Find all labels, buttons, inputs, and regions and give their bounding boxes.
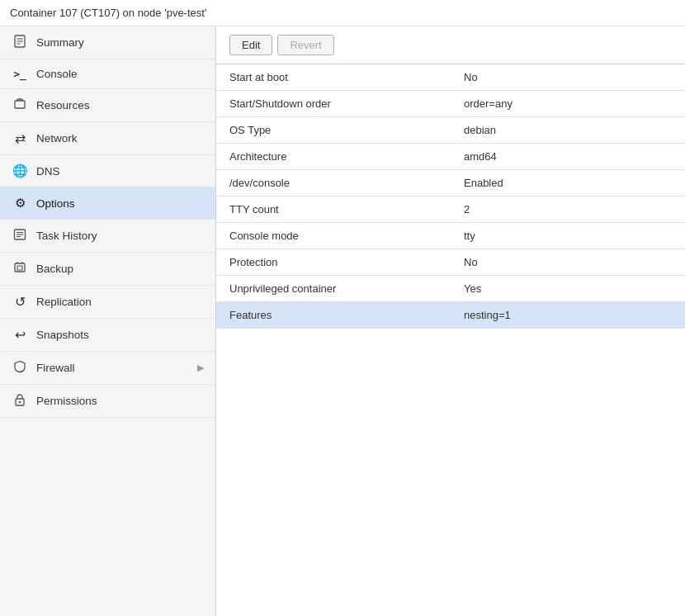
replication-icon: ↺ [12,294,28,310]
svg-point-14 [19,401,21,403]
table-cell-key: OS Type [216,117,451,144]
content-area: Edit Revert Start at bootNoStart/Shutdow… [216,26,685,616]
svg-rect-4 [15,101,25,108]
table-cell-value: Yes [451,276,685,302]
table-cell-value: No [451,64,685,91]
table-row: Featuresnesting=1 [216,302,685,329]
table-row: Architectureamd64 [216,144,685,170]
sidebar-item-task-history[interactable]: Task History [0,220,215,253]
sidebar-item-options[interactable]: ⚙Options [0,187,215,220]
table-cell-value: 2 [451,197,685,223]
sidebar-item-replication[interactable]: ↺Replication [0,286,215,319]
resources-icon [12,97,28,113]
sidebar-item-summary[interactable]: Summary [0,26,215,59]
sidebar-item-label-resources: Resources [36,99,90,111]
dns-icon: 🌐 [12,163,28,178]
sidebar-item-label-snapshots: Snapshots [36,329,89,341]
sidebar-item-resources[interactable]: Resources [0,89,215,122]
table-cell-key: Unprivileged container [216,276,451,302]
table-row: Unprivileged containerYes [216,276,685,302]
table-cell-key: TTY count [216,197,451,223]
table-cell-value: Enabled [451,170,685,197]
page-header: Container 107 (CT107) on node 'pve-test' [0,0,685,26]
sidebar-item-backup[interactable]: Backup [0,253,215,286]
task-history-icon [12,228,28,244]
table-row: Console modetty [216,223,685,249]
sidebar-item-console[interactable]: >_Console [0,59,215,89]
sidebar-item-label-dns: DNS [36,165,60,178]
table-cell-key: /dev/console [216,170,451,197]
snapshots-icon: ↩ [12,327,28,343]
sidebar-item-label-replication: Replication [36,296,92,308]
sidebar-item-snapshots[interactable]: ↩Snapshots [0,319,215,352]
sidebar: Summary>_ConsoleResources⇄Network🌐DNS⚙Op… [0,26,216,616]
table-cell-value: nesting=1 [451,302,685,329]
backup-icon [12,261,28,277]
table-row: Start/Shutdown orderorder=any [216,91,685,117]
sidebar-item-label-options: Options [36,197,75,210]
sidebar-item-firewall[interactable]: Firewall▶ [0,352,215,385]
table-cell-value: amd64 [451,144,685,170]
options-table: Start at bootNoStart/Shutdown orderorder… [216,64,685,329]
sidebar-item-label-console: Console [36,68,78,80]
table-cell-value: debian [451,117,685,144]
table-cell-key: Features [216,302,451,329]
svg-rect-10 [17,266,22,270]
table-cell-key: Start at boot [216,64,451,91]
table-row: /dev/consoleEnabled [216,170,685,197]
sidebar-item-dns[interactable]: 🌐DNS [0,155,215,187]
table-cell-value: order=any [451,91,685,117]
table-cell-key: Architecture [216,144,451,170]
permissions-icon [12,393,28,409]
toolbar: Edit Revert [216,26,685,64]
table-cell-value: No [451,249,685,276]
table-row: Start at bootNo [216,64,685,91]
options-icon: ⚙ [12,196,28,211]
sidebar-item-label-permissions: Permissions [36,395,97,407]
sidebar-item-label-firewall: Firewall [36,362,75,374]
table-cell-key: Protection [216,249,451,276]
sidebar-item-label-summary: Summary [36,36,84,49]
firewall-icon [12,360,28,376]
console-icon: >_ [12,68,28,80]
table-row: TTY count2 [216,197,685,223]
sidebar-item-label-task-history: Task History [36,230,97,242]
network-icon: ⇄ [12,130,28,146]
table-cell-value: tty [451,223,685,249]
table-row: ProtectionNo [216,249,685,276]
sidebar-item-label-network: Network [36,132,78,145]
summary-icon [12,35,28,50]
sidebar-item-permissions[interactable]: Permissions [0,385,215,418]
table-cell-key: Start/Shutdown order [216,91,451,117]
revert-button[interactable]: Revert [277,35,333,55]
table-row: OS Typedebian [216,117,685,144]
sidebar-item-network[interactable]: ⇄Network [0,122,215,155]
sidebar-item-label-backup: Backup [36,263,73,275]
chevron-right-icon: ▶ [197,362,204,373]
table-cell-key: Console mode [216,223,451,249]
edit-button[interactable]: Edit [229,35,272,55]
